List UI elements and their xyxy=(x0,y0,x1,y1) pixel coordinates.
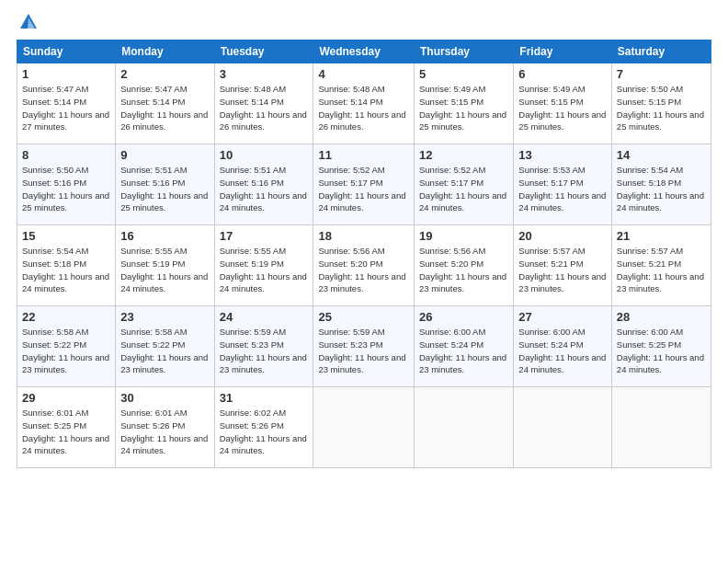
day-info: Sunrise: 5:54 AM Sunset: 5:18 PM Dayligh… xyxy=(22,245,110,295)
day-number: 22 xyxy=(22,310,110,324)
day-number: 12 xyxy=(419,148,508,162)
table-row: 12Sunrise: 5:52 AM Sunset: 5:17 PM Dayli… xyxy=(415,144,514,225)
day-number: 9 xyxy=(120,148,209,162)
day-number: 3 xyxy=(220,67,309,81)
table-row: 24Sunrise: 5:59 AM Sunset: 5:23 PM Dayli… xyxy=(214,306,313,387)
table-row xyxy=(415,387,514,468)
table-row: 30Sunrise: 6:01 AM Sunset: 5:26 PM Dayli… xyxy=(116,387,214,468)
col-tuesday: Tuesday xyxy=(214,40,313,63)
day-number: 20 xyxy=(518,229,607,243)
table-row: 13Sunrise: 5:53 AM Sunset: 5:17 PM Dayli… xyxy=(514,144,612,225)
logo-icon xyxy=(18,12,39,32)
day-number: 14 xyxy=(617,148,706,162)
day-number: 23 xyxy=(120,310,209,324)
table-row: 21Sunrise: 5:57 AM Sunset: 5:21 PM Dayli… xyxy=(611,225,711,306)
table-row: 22Sunrise: 5:58 AM Sunset: 5:22 PM Dayli… xyxy=(17,306,116,387)
table-row: 26Sunrise: 6:00 AM Sunset: 5:24 PM Dayli… xyxy=(415,306,514,387)
day-number: 21 xyxy=(617,229,706,243)
table-row: 31Sunrise: 6:02 AM Sunset: 5:26 PM Dayli… xyxy=(214,387,313,468)
calendar-week-row: 22Sunrise: 5:58 AM Sunset: 5:22 PM Dayli… xyxy=(17,306,711,387)
day-info: Sunrise: 5:47 AM Sunset: 5:14 PM Dayligh… xyxy=(120,83,209,133)
day-info: Sunrise: 5:58 AM Sunset: 5:22 PM Dayligh… xyxy=(22,326,110,376)
calendar-week-row: 29Sunrise: 6:01 AM Sunset: 5:25 PM Dayli… xyxy=(17,387,711,468)
day-number: 15 xyxy=(22,229,110,243)
day-number: 4 xyxy=(318,67,409,81)
table-row: 7Sunrise: 5:50 AM Sunset: 5:15 PM Daylig… xyxy=(611,63,711,144)
day-number: 8 xyxy=(22,148,110,162)
day-info: Sunrise: 5:59 AM Sunset: 5:23 PM Dayligh… xyxy=(220,326,309,376)
table-row: 8Sunrise: 5:50 AM Sunset: 5:16 PM Daylig… xyxy=(17,144,116,225)
table-row: 2Sunrise: 5:47 AM Sunset: 5:14 PM Daylig… xyxy=(116,63,214,144)
day-info: Sunrise: 6:00 AM Sunset: 5:24 PM Dayligh… xyxy=(518,326,607,376)
col-thursday: Thursday xyxy=(415,40,514,63)
table-row xyxy=(514,387,612,468)
col-sunday: Sunday xyxy=(17,40,116,63)
day-info: Sunrise: 5:52 AM Sunset: 5:17 PM Dayligh… xyxy=(318,164,409,214)
day-info: Sunrise: 5:51 AM Sunset: 5:16 PM Dayligh… xyxy=(220,164,309,214)
day-info: Sunrise: 6:01 AM Sunset: 5:26 PM Dayligh… xyxy=(120,407,209,457)
day-info: Sunrise: 5:50 AM Sunset: 5:15 PM Dayligh… xyxy=(617,83,706,133)
day-number: 17 xyxy=(220,229,309,243)
col-saturday: Saturday xyxy=(611,40,711,63)
calendar-container: Sunday Monday Tuesday Wednesday Thursday… xyxy=(0,0,728,563)
table-row: 17Sunrise: 5:55 AM Sunset: 5:19 PM Dayli… xyxy=(214,225,313,306)
day-number: 5 xyxy=(419,67,508,81)
table-row: 1Sunrise: 5:47 AM Sunset: 5:14 PM Daylig… xyxy=(17,63,116,144)
day-info: Sunrise: 5:48 AM Sunset: 5:14 PM Dayligh… xyxy=(220,83,309,133)
calendar-week-row: 8Sunrise: 5:50 AM Sunset: 5:16 PM Daylig… xyxy=(17,144,711,225)
day-number: 19 xyxy=(419,229,508,243)
day-info: Sunrise: 5:56 AM Sunset: 5:20 PM Dayligh… xyxy=(419,245,508,295)
day-info: Sunrise: 5:49 AM Sunset: 5:15 PM Dayligh… xyxy=(518,83,607,133)
calendar-week-row: 15Sunrise: 5:54 AM Sunset: 5:18 PM Dayli… xyxy=(17,225,711,306)
day-number: 27 xyxy=(518,310,607,324)
table-row: 28Sunrise: 6:00 AM Sunset: 5:25 PM Dayli… xyxy=(611,306,711,387)
day-info: Sunrise: 5:55 AM Sunset: 5:19 PM Dayligh… xyxy=(220,245,309,295)
table-row: 19Sunrise: 5:56 AM Sunset: 5:20 PM Dayli… xyxy=(415,225,514,306)
calendar-header-row: Sunday Monday Tuesday Wednesday Thursday… xyxy=(17,40,711,63)
day-info: Sunrise: 5:52 AM Sunset: 5:17 PM Dayligh… xyxy=(419,164,508,214)
table-row: 3Sunrise: 5:48 AM Sunset: 5:14 PM Daylig… xyxy=(214,63,313,144)
day-number: 29 xyxy=(22,391,110,405)
day-number: 18 xyxy=(318,229,409,243)
day-number: 25 xyxy=(318,310,409,324)
day-info: Sunrise: 5:51 AM Sunset: 5:16 PM Dayligh… xyxy=(120,164,209,214)
day-info: Sunrise: 5:54 AM Sunset: 5:18 PM Dayligh… xyxy=(617,164,706,214)
day-info: Sunrise: 6:00 AM Sunset: 5:24 PM Dayligh… xyxy=(419,326,508,376)
day-number: 16 xyxy=(120,229,209,243)
table-row: 9Sunrise: 5:51 AM Sunset: 5:16 PM Daylig… xyxy=(116,144,214,225)
day-number: 1 xyxy=(22,67,110,81)
table-row: 29Sunrise: 6:01 AM Sunset: 5:25 PM Dayli… xyxy=(17,387,116,468)
calendar-week-row: 1Sunrise: 5:47 AM Sunset: 5:14 PM Daylig… xyxy=(17,63,711,144)
table-row: 20Sunrise: 5:57 AM Sunset: 5:21 PM Dayli… xyxy=(514,225,612,306)
table-row: 25Sunrise: 5:59 AM Sunset: 5:23 PM Dayli… xyxy=(313,306,415,387)
table-row xyxy=(611,387,711,468)
day-number: 26 xyxy=(419,310,508,324)
table-row: 4Sunrise: 5:48 AM Sunset: 5:14 PM Daylig… xyxy=(313,63,415,144)
day-info: Sunrise: 5:47 AM Sunset: 5:14 PM Dayligh… xyxy=(22,83,110,133)
header xyxy=(17,14,711,32)
day-info: Sunrise: 6:00 AM Sunset: 5:25 PM Dayligh… xyxy=(617,326,706,376)
day-number: 6 xyxy=(518,67,607,81)
day-number: 7 xyxy=(617,67,706,81)
day-info: Sunrise: 6:02 AM Sunset: 5:26 PM Dayligh… xyxy=(220,407,309,457)
table-row: 14Sunrise: 5:54 AM Sunset: 5:18 PM Dayli… xyxy=(611,144,711,225)
day-number: 31 xyxy=(220,391,309,405)
table-row: 18Sunrise: 5:56 AM Sunset: 5:20 PM Dayli… xyxy=(313,225,415,306)
day-number: 30 xyxy=(120,391,209,405)
col-monday: Monday xyxy=(116,40,214,63)
day-info: Sunrise: 5:58 AM Sunset: 5:22 PM Dayligh… xyxy=(120,326,209,376)
day-number: 24 xyxy=(220,310,309,324)
table-row: 27Sunrise: 6:00 AM Sunset: 5:24 PM Dayli… xyxy=(514,306,612,387)
day-number: 2 xyxy=(120,67,209,81)
day-info: Sunrise: 5:53 AM Sunset: 5:17 PM Dayligh… xyxy=(518,164,607,214)
day-info: Sunrise: 5:57 AM Sunset: 5:21 PM Dayligh… xyxy=(617,245,706,295)
col-friday: Friday xyxy=(514,40,612,63)
day-info: Sunrise: 5:56 AM Sunset: 5:20 PM Dayligh… xyxy=(318,245,409,295)
day-info: Sunrise: 5:49 AM Sunset: 5:15 PM Dayligh… xyxy=(419,83,508,133)
table-row: 23Sunrise: 5:58 AM Sunset: 5:22 PM Dayli… xyxy=(116,306,214,387)
day-info: Sunrise: 5:59 AM Sunset: 5:23 PM Dayligh… xyxy=(318,326,409,376)
day-info: Sunrise: 5:50 AM Sunset: 5:16 PM Dayligh… xyxy=(22,164,110,214)
table-row: 5Sunrise: 5:49 AM Sunset: 5:15 PM Daylig… xyxy=(415,63,514,144)
day-info: Sunrise: 5:57 AM Sunset: 5:21 PM Dayligh… xyxy=(518,245,607,295)
day-info: Sunrise: 5:55 AM Sunset: 5:19 PM Dayligh… xyxy=(120,245,209,295)
